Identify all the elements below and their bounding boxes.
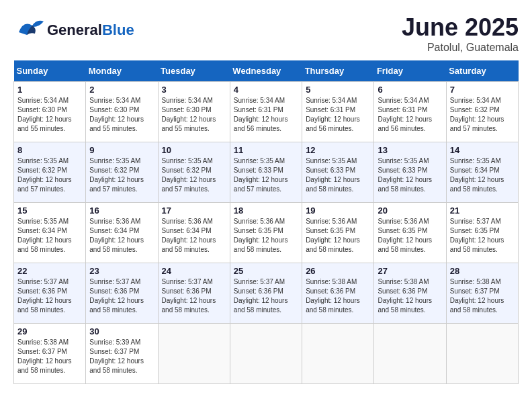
calendar-cell: 22 Sunrise: 5:37 AM Sunset: 6:36 PM Dayl… <box>14 263 86 324</box>
sunset-label: Sunset: 6:37 PM <box>450 287 500 295</box>
calendar-cell: 14 Sunrise: 5:35 AM Sunset: 6:34 PM Dayl… <box>446 142 518 203</box>
sunrise-label: Sunrise: 5:34 AM <box>234 97 285 104</box>
calendar-cell: 15 Sunrise: 5:35 AM Sunset: 6:34 PM Dayl… <box>14 203 86 263</box>
day-info: Sunrise: 5:37 AM Sunset: 6:36 PM Dayligh… <box>17 277 82 315</box>
calendar-week-row: 8 Sunrise: 5:35 AM Sunset: 6:32 PM Dayli… <box>14 142 519 203</box>
day-info: Sunrise: 5:34 AM Sunset: 6:32 PM Dayligh… <box>450 96 515 134</box>
sunset-label: Sunset: 6:35 PM <box>450 227 500 234</box>
sunrise-label: Sunrise: 5:37 AM <box>450 218 501 225</box>
sunset-label: Sunset: 6:33 PM <box>306 167 355 174</box>
daylight-label: Daylight: 12 hours <box>162 297 216 304</box>
day-number: 7 <box>450 85 515 95</box>
location: Patolul, Guatemala <box>402 42 519 54</box>
calendar-cell: 23 Sunrise: 5:37 AM Sunset: 6:36 PM Dayl… <box>86 263 158 324</box>
day-number: 4 <box>234 85 298 95</box>
sunrise-label: Sunrise: 5:34 AM <box>378 97 429 104</box>
daylight-label: Daylight: 12 hours <box>17 236 72 244</box>
sunrise-label: Sunrise: 5:36 AM <box>89 218 140 225</box>
daylight-label: Daylight: 12 hours <box>378 176 432 183</box>
daylight-minutes: and 57 minutes. <box>89 185 137 193</box>
daylight-minutes: and 57 minutes. <box>450 125 498 132</box>
daylight-minutes: and 55 minutes. <box>89 125 137 132</box>
day-info: Sunrise: 5:36 AM Sunset: 6:34 PM Dayligh… <box>89 217 154 255</box>
calendar-cell: 28 Sunrise: 5:38 AM Sunset: 6:37 PM Dayl… <box>446 263 518 324</box>
sunrise-label: Sunrise: 5:35 AM <box>450 157 501 165</box>
day-info: Sunrise: 5:36 AM Sunset: 6:35 PM Dayligh… <box>306 217 370 255</box>
daylight-minutes: and 58 minutes. <box>234 246 281 253</box>
logo-text-container: General Blue <box>47 21 134 39</box>
day-info: Sunrise: 5:37 AM Sunset: 6:36 PM Dayligh… <box>89 277 154 315</box>
day-number: 16 <box>89 205 154 216</box>
calendar-cell: 18 Sunrise: 5:36 AM Sunset: 6:35 PM Dayl… <box>230 203 302 263</box>
calendar-cell: 1 Sunrise: 5:34 AM Sunset: 6:30 PM Dayli… <box>14 82 86 142</box>
calendar-cell: 8 Sunrise: 5:35 AM Sunset: 6:32 PM Dayli… <box>14 142 86 203</box>
daylight-minutes: and 58 minutes. <box>234 306 281 314</box>
sunrise-label: Sunrise: 5:34 AM <box>306 97 357 104</box>
sunrise-label: Sunrise: 5:35 AM <box>89 157 140 165</box>
daylight-label: Daylight: 12 hours <box>306 236 360 244</box>
calendar-cell: 4 Sunrise: 5:34 AM Sunset: 6:31 PM Dayli… <box>230 82 302 142</box>
daylight-label: Daylight: 12 hours <box>378 116 432 123</box>
sunset-label: Sunset: 6:34 PM <box>162 227 212 234</box>
sunrise-label: Sunrise: 5:38 AM <box>306 278 357 285</box>
sunrise-label: Sunrise: 5:35 AM <box>306 157 357 165</box>
day-info: Sunrise: 5:34 AM Sunset: 6:31 PM Dayligh… <box>378 96 442 134</box>
daylight-minutes: and 58 minutes. <box>306 306 353 314</box>
sunset-label: Sunset: 6:36 PM <box>378 287 427 295</box>
daylight-minutes: and 58 minutes. <box>378 185 425 193</box>
day-number: 23 <box>89 266 154 276</box>
day-info: Sunrise: 5:39 AM Sunset: 6:37 PM Dayligh… <box>89 338 154 375</box>
calendar-cell: 24 Sunrise: 5:37 AM Sunset: 6:36 PM Dayl… <box>158 263 230 324</box>
sunset-label: Sunset: 6:31 PM <box>234 106 283 113</box>
calendar-cell <box>446 324 518 384</box>
daylight-label: Daylight: 12 hours <box>162 176 216 183</box>
calendar-cell: 25 Sunrise: 5:37 AM Sunset: 6:36 PM Dayl… <box>230 263 302 324</box>
sunrise-label: Sunrise: 5:35 AM <box>162 157 213 165</box>
sunset-label: Sunset: 6:34 PM <box>89 227 139 234</box>
calendar-week-row: 22 Sunrise: 5:37 AM Sunset: 6:36 PM Dayl… <box>14 263 519 324</box>
sunset-label: Sunset: 6:36 PM <box>17 287 67 295</box>
calendar-cell: 9 Sunrise: 5:35 AM Sunset: 6:32 PM Dayli… <box>86 142 158 203</box>
calendar-week-row: 1 Sunrise: 5:34 AM Sunset: 6:30 PM Dayli… <box>14 82 519 142</box>
day-number: 5 <box>306 85 370 95</box>
header-tuesday: Tuesday <box>158 60 230 82</box>
sunset-label: Sunset: 6:30 PM <box>89 106 139 113</box>
day-info: Sunrise: 5:35 AM Sunset: 6:34 PM Dayligh… <box>17 217 82 255</box>
daylight-minutes: and 57 minutes. <box>162 185 210 193</box>
day-number: 1 <box>17 85 82 95</box>
day-number: 19 <box>306 205 370 216</box>
day-number: 29 <box>17 326 82 336</box>
sunset-label: Sunset: 6:30 PM <box>162 106 212 113</box>
calendar-cell: 7 Sunrise: 5:34 AM Sunset: 6:32 PM Dayli… <box>446 82 518 142</box>
day-number: 17 <box>162 205 226 216</box>
daylight-minutes: and 57 minutes. <box>17 185 65 193</box>
sunset-label: Sunset: 6:35 PM <box>234 227 283 234</box>
calendar-cell: 29 Sunrise: 5:38 AM Sunset: 6:37 PM Dayl… <box>14 324 86 384</box>
day-number: 2 <box>89 85 154 95</box>
sunrise-label: Sunrise: 5:35 AM <box>17 218 69 225</box>
sunset-label: Sunset: 6:34 PM <box>450 167 500 174</box>
calendar-cell: 19 Sunrise: 5:36 AM Sunset: 6:35 PM Dayl… <box>302 203 374 263</box>
daylight-label: Daylight: 12 hours <box>450 297 504 304</box>
calendar-cell: 16 Sunrise: 5:36 AM Sunset: 6:34 PM Dayl… <box>86 203 158 263</box>
day-info: Sunrise: 5:35 AM Sunset: 6:33 PM Dayligh… <box>306 156 370 194</box>
sunset-label: Sunset: 6:37 PM <box>89 348 139 355</box>
day-info: Sunrise: 5:35 AM Sunset: 6:33 PM Dayligh… <box>234 156 298 194</box>
sunrise-label: Sunrise: 5:38 AM <box>17 338 69 346</box>
day-info: Sunrise: 5:38 AM Sunset: 6:37 PM Dayligh… <box>450 277 515 315</box>
day-number: 26 <box>306 266 370 276</box>
daylight-minutes: and 55 minutes. <box>162 125 210 132</box>
daylight-minutes: and 58 minutes. <box>306 185 353 193</box>
calendar-table: Sunday Monday Tuesday Wednesday Thursday… <box>13 60 519 384</box>
daylight-label: Daylight: 12 hours <box>450 236 504 244</box>
daylight-label: Daylight: 12 hours <box>89 357 144 365</box>
daylight-minutes: and 58 minutes. <box>378 306 425 314</box>
sunset-label: Sunset: 6:33 PM <box>378 167 427 174</box>
sunrise-label: Sunrise: 5:37 AM <box>17 278 69 285</box>
calendar-cell <box>302 324 374 384</box>
daylight-minutes: and 58 minutes. <box>17 246 65 253</box>
daylight-minutes: and 56 minutes. <box>378 125 425 132</box>
sunset-label: Sunset: 6:36 PM <box>306 287 355 295</box>
daylight-label: Daylight: 12 hours <box>378 236 432 244</box>
daylight-label: Daylight: 12 hours <box>17 357 72 365</box>
